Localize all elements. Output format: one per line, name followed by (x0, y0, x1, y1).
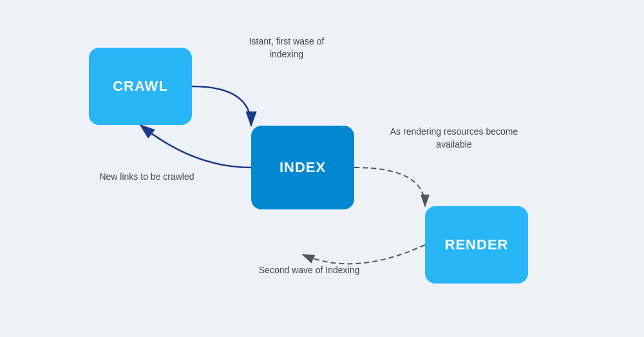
annotation-crawl-to-index: Istant, first wase of indexing (232, 35, 341, 61)
annotation-index-to-crawl: New links to be crawled (95, 171, 198, 184)
render-label: RENDER (445, 236, 509, 253)
annotation-index-to-render: As rendering resources become available (390, 126, 518, 151)
index-node: INDEX (251, 126, 354, 209)
crawl-node: CRAWL (89, 48, 192, 125)
index-label: INDEX (279, 159, 326, 176)
render-node: RENDER (425, 206, 528, 284)
diagram-container: CRAWL INDEX RENDER Istant, first wase of… (0, 0, 644, 337)
annotation-render-to-index: Second wave of Indexing (258, 264, 361, 277)
crawl-label: CRAWL (113, 78, 168, 95)
